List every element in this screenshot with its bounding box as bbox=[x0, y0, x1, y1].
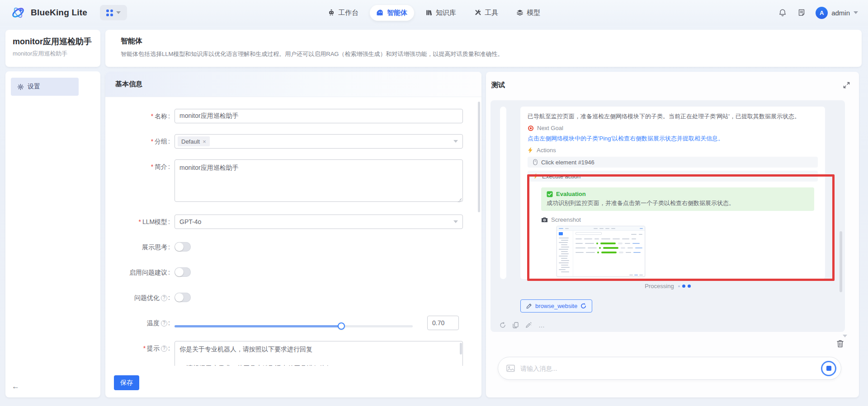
help-icon: ? bbox=[161, 345, 167, 352]
nav-item-agent[interactable]: 智能体 bbox=[370, 5, 414, 21]
field-suggestion: 启用问题建议 bbox=[105, 265, 481, 280]
required-asterisk bbox=[143, 345, 147, 352]
required-asterisk bbox=[151, 163, 155, 170]
sidebar-item-settings[interactable]: 设置 bbox=[11, 78, 79, 96]
screenshot-thumbnail[interactable] bbox=[557, 226, 645, 277]
remove-tag-icon[interactable]: × bbox=[203, 138, 206, 145]
test-panel-header: 测试 bbox=[486, 72, 859, 89]
thinking-label: 展示思考 bbox=[142, 243, 167, 251]
help-icon: ? bbox=[161, 295, 167, 301]
apps-grid-icon bbox=[106, 9, 113, 16]
name-label: 名称 bbox=[155, 112, 167, 120]
intro-textarea[interactable]: monitor应用巡检助手 bbox=[175, 159, 463, 202]
save-button[interactable]: 保存 bbox=[114, 375, 139, 390]
agent-status-text: 已导航至监控页面，准备巡检左侧网络模块下的子类。当前正在处理子类'网站'，已提取… bbox=[528, 112, 818, 121]
llm-model-select[interactable]: GPT-4o bbox=[175, 215, 463, 229]
actions-label: Actions bbox=[537, 147, 556, 154]
agent-icon bbox=[377, 9, 384, 16]
more-options-icon[interactable]: … bbox=[538, 322, 545, 329]
textarea-scrollbar[interactable] bbox=[460, 343, 462, 355]
topbar-right: A admin bbox=[778, 7, 858, 19]
nav-item-models[interactable]: 模型 bbox=[509, 5, 547, 21]
processing-indicator: Processing bbox=[491, 283, 845, 289]
chat-area: 已导航至监控页面，准备巡检左侧网络模块下的子类。当前正在处理子类'网站'，已提取… bbox=[491, 100, 845, 332]
field-show-thinking: 展示思考 bbox=[105, 240, 481, 254]
agent-name: monitor应用巡检助手 bbox=[13, 36, 93, 47]
fullscreen-icon[interactable] bbox=[843, 82, 850, 89]
upload-image-icon[interactable] bbox=[506, 364, 515, 372]
mouse-icon bbox=[533, 159, 538, 165]
page-title: 智能体 bbox=[121, 37, 846, 46]
knowledge-base-icon bbox=[425, 9, 433, 16]
required-asterisk bbox=[138, 218, 142, 225]
model-icon bbox=[516, 9, 524, 16]
stop-generation-button[interactable] bbox=[821, 361, 836, 376]
chevron-down-icon bbox=[453, 220, 458, 223]
sidebar: 设置 ← bbox=[5, 71, 100, 397]
name-input[interactable] bbox=[175, 109, 463, 123]
prompt-label: 提示 bbox=[147, 345, 160, 352]
evaluation-text: 成功识别到监控页面，并准备点击第一个子类以检查右侧数据展示状态。 bbox=[547, 199, 809, 207]
workbench-icon bbox=[328, 9, 335, 16]
screenshot-label: Screenshot bbox=[551, 216, 581, 223]
next-goal-row: Next Goal bbox=[528, 125, 818, 131]
test-title: 测试 bbox=[491, 81, 505, 89]
form-scrollbar[interactable] bbox=[478, 102, 480, 212]
copy-icon[interactable] bbox=[513, 322, 519, 328]
check-square-icon bbox=[547, 191, 553, 197]
edit-pen-icon[interactable] bbox=[525, 322, 532, 328]
basic-info-title: 基本信息 bbox=[105, 72, 481, 97]
nav-label: 智能体 bbox=[387, 9, 407, 17]
group-select[interactable]: Default × bbox=[175, 134, 463, 149]
release-note-icon[interactable] bbox=[797, 8, 807, 18]
temperature-slider[interactable] bbox=[175, 325, 413, 327]
temperature-input[interactable] bbox=[427, 316, 459, 330]
resize-handle[interactable] bbox=[458, 198, 462, 202]
avatar: A bbox=[816, 7, 828, 19]
blueking-logo-icon bbox=[10, 5, 26, 21]
optimize-label: 问题优化 bbox=[134, 294, 160, 301]
help-icon: ? bbox=[161, 320, 167, 327]
evaluation-group: Evaluation 成功识别到监控页面，并准备点击第一个子类以检查右侧数据展示… bbox=[541, 187, 818, 277]
message-input[interactable] bbox=[520, 365, 821, 372]
processing-dots bbox=[678, 285, 691, 288]
nav-item-workbench[interactable]: 工作台 bbox=[321, 5, 365, 21]
prompt-textarea[interactable]: 你是关于专业机器人，请按照以下要求进行回复 1. 请根据用户需求，从工具中选取适… bbox=[175, 341, 463, 366]
nav-label: 模型 bbox=[527, 9, 540, 17]
lightning-icon bbox=[533, 173, 538, 179]
required-asterisk bbox=[151, 112, 155, 120]
collapse-sidebar-arrow[interactable]: ← bbox=[12, 382, 19, 391]
field-model: LLM模型 GPT-4o bbox=[105, 215, 481, 229]
slider-knob[interactable] bbox=[338, 322, 345, 330]
test-panel: 测试 已导航至监控页面，准备巡检左侧网络模块下的子类。当前正在处理子类'网站'，… bbox=[486, 72, 859, 397]
next-goal-text: 点击左侧网络模块中的子类'Ping'以检查右侧数据展示状态并提取相关信息。 bbox=[528, 134, 818, 143]
nav-item-knowledge[interactable]: 知识库 bbox=[419, 5, 463, 21]
user-menu[interactable]: A admin bbox=[816, 7, 858, 19]
required-asterisk bbox=[151, 138, 155, 145]
tools-icon bbox=[474, 9, 481, 16]
nav-label: 工作台 bbox=[338, 9, 359, 17]
pencil-icon bbox=[526, 303, 532, 309]
question-suggestion-toggle[interactable] bbox=[175, 267, 191, 277]
question-optimize-toggle[interactable] bbox=[175, 293, 191, 302]
clear-conversation-trash-icon[interactable] bbox=[836, 339, 844, 348]
apps-menu-button[interactable] bbox=[100, 5, 127, 20]
loading-spinner-icon bbox=[580, 303, 586, 309]
field-temperature: 温度? bbox=[105, 316, 481, 330]
field-name: 名称 bbox=[105, 109, 481, 123]
tool-chip-browse-website[interactable]: browse_website bbox=[520, 299, 592, 313]
action-item: Click element #1946 bbox=[528, 157, 818, 168]
nav-item-tools[interactable]: 工具 bbox=[467, 5, 505, 21]
chevron-down-icon bbox=[453, 140, 458, 143]
notification-bell-icon[interactable] bbox=[778, 8, 788, 18]
message-toolbar: … bbox=[500, 322, 545, 329]
agent-description: monitor应用巡检助手 bbox=[13, 50, 93, 58]
tool-chip-label: browse_website bbox=[535, 303, 577, 309]
show-thinking-toggle[interactable] bbox=[175, 242, 191, 252]
regenerate-icon[interactable] bbox=[500, 322, 506, 328]
next-goal-label: Next Goal bbox=[537, 125, 563, 131]
model-label: LLM模型 bbox=[142, 218, 167, 225]
chat-scrollbar[interactable] bbox=[840, 231, 842, 292]
scroll-down-chevron-icon[interactable] bbox=[843, 335, 847, 337]
page-description: 智能体包括选择LLM模型和知识库以优化语言理解和生成过程。用户还可以启用RAG（… bbox=[121, 50, 846, 58]
